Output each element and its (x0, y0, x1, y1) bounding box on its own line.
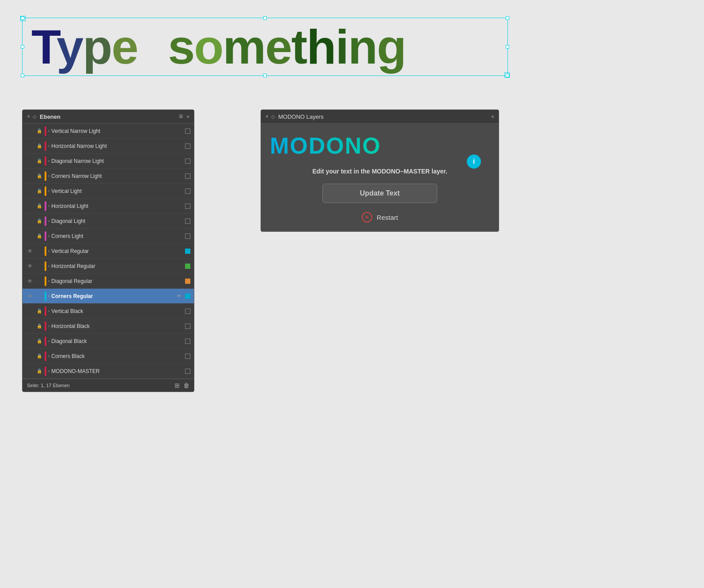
handle-ml[interactable] (21, 45, 24, 49)
layer-visibility-square[interactable] (185, 204, 190, 209)
left-collapse-button[interactable]: « (186, 113, 189, 120)
layer-chevron-icon: › (48, 204, 49, 208)
left-panel-title: Ebenen (40, 113, 61, 120)
layers-menu-icon[interactable]: ≡ (179, 113, 183, 121)
handle-bl[interactable] (21, 74, 24, 77)
layer-name: › Diagonal Regular (48, 278, 183, 284)
left-panel: × ◇ Ebenen ≡ « 🔒› Vertical Narrow Light🔒… (22, 109, 194, 392)
layer-visibility-square[interactable] (185, 279, 190, 284)
layer-lock-icon[interactable]: 🔒 (36, 234, 43, 238)
layer-name: › Diagonal Narrow Light (48, 158, 183, 164)
layer-name: › Horizontal Regular (48, 263, 183, 269)
layer-lock-icon[interactable]: 🔒 (36, 369, 43, 373)
footer-trash-icon[interactable]: 🗑 (183, 382, 189, 389)
layer-lock-icon[interactable]: 🔒 (36, 173, 43, 178)
footer-page-icon[interactable]: ⊞ (174, 382, 180, 389)
layer-name: › Horizontal Black (48, 323, 183, 329)
layer-item[interactable]: 🔒› Corners Narrow Light (23, 169, 194, 184)
layer-lock-icon[interactable]: 🔒 (36, 219, 43, 223)
layer-item[interactable]: 👁› Diagonal Regular (23, 274, 194, 289)
layer-color-bar (45, 141, 46, 151)
layer-lock-icon[interactable]: 🔒 (36, 128, 43, 133)
layer-visibility-square[interactable] (185, 158, 190, 164)
restart-row[interactable]: ✕ Restart (362, 212, 398, 222)
layer-visibility-square[interactable] (185, 143, 190, 149)
layer-visibility-square[interactable] (185, 249, 190, 254)
layer-name-text: Diagonal Narrow Light (51, 158, 104, 164)
handle-br[interactable] (506, 74, 509, 77)
layer-name: › Vertical Black (48, 308, 183, 314)
layer-visibility-square[interactable] (185, 354, 190, 359)
info-button[interactable]: i (467, 155, 481, 169)
layer-visibility-square[interactable] (185, 339, 190, 344)
layer-lock-icon[interactable]: 🔒 (36, 354, 43, 358)
layer-lock-icon[interactable]: 🔒 (36, 309, 43, 313)
right-collapse-button[interactable]: « (491, 113, 494, 120)
layer-name-text: Diagonal Light (51, 218, 85, 224)
header-left: × ◇ (27, 113, 36, 120)
layer-eye-icon[interactable]: 👁 (26, 278, 34, 284)
layer-lock-icon[interactable]: 🔒 (36, 188, 43, 193)
layer-item[interactable]: 🔒› Diagonal Narrow Light (23, 154, 194, 169)
layer-item[interactable]: 🔒› Corners Black (23, 349, 194, 364)
layer-visibility-square[interactable] (185, 173, 190, 179)
canvas-area: Type something (22, 18, 508, 106)
layer-item[interactable]: 🔒› Vertical Light (23, 184, 194, 199)
layer-edit-icon[interactable]: ✏ (177, 293, 183, 299)
layer-visibility-square[interactable] (185, 309, 190, 314)
layer-visibility-square[interactable] (185, 219, 190, 224)
left-panel-footer: Seite: 1, 17 Ebenen ⊞ 🗑 (23, 379, 194, 392)
layer-lock-icon[interactable]: 🔒 (36, 143, 43, 148)
layer-eye-icon[interactable]: 👁 (26, 293, 34, 299)
layer-item[interactable]: 👁› Horizontal Regular (23, 259, 194, 274)
layer-color-bar (45, 201, 46, 211)
layer-lock-icon[interactable]: 🔒 (36, 324, 43, 328)
left-close-button[interactable]: × (27, 113, 30, 120)
layer-color-bar (45, 216, 46, 226)
layer-item[interactable]: 🔒› Corners Light (23, 229, 194, 244)
layer-item[interactable]: 🔒› Diagonal Black (23, 334, 194, 349)
handle-bm[interactable] (263, 74, 267, 77)
layer-eye-icon[interactable]: 👁 (26, 248, 34, 254)
layer-chevron-icon: › (48, 339, 49, 343)
layer-lock-icon[interactable]: 🔒 (36, 158, 43, 163)
layer-lock-icon[interactable]: 🔒 (36, 204, 43, 208)
layer-name: › Horizontal Narrow Light (48, 143, 183, 149)
layer-color-bar (45, 186, 46, 196)
layer-visibility-square[interactable] (185, 128, 190, 134)
layer-chevron-icon: › (48, 219, 49, 223)
layer-name-text: Corners Black (51, 353, 84, 359)
layer-visibility-square[interactable] (185, 294, 190, 299)
layer-item[interactable]: 👁› Vertical Regular (23, 244, 194, 259)
layer-visibility-square[interactable] (185, 369, 190, 374)
layer-name-text: Diagonal Regular (51, 278, 92, 284)
update-text-button[interactable]: Update Text (322, 184, 437, 203)
layer-eye-icon[interactable]: 👁 (26, 263, 34, 269)
layer-color-bar (45, 171, 46, 181)
layer-chevron-icon: › (48, 234, 49, 238)
right-close-button[interactable]: × (265, 113, 269, 120)
layer-item[interactable]: 🔒› Horizontal Black (23, 319, 194, 334)
layer-visibility-square[interactable] (185, 264, 190, 269)
layer-lock-icon[interactable]: 🔒 (36, 339, 43, 343)
layer-item[interactable]: 🔒› Diagonal Light (23, 214, 194, 229)
layer-item[interactable]: 👁› Corners Regular✏ (23, 289, 194, 304)
layer-visibility-square[interactable] (185, 188, 190, 194)
layer-item[interactable]: 🔒› Vertical Black (23, 304, 194, 319)
layer-color-bar (45, 246, 46, 256)
layer-item[interactable]: 🔒› Horizontal Light (23, 199, 194, 214)
layer-visibility-square[interactable] (185, 324, 190, 329)
handle-tl[interactable] (21, 16, 24, 20)
layer-color-bar (45, 231, 46, 241)
handle-tm[interactable] (263, 16, 267, 20)
layer-chevron-icon: › (48, 249, 49, 253)
layer-name-text: Horizontal Black (51, 323, 90, 329)
layer-item[interactable]: 🔒› Vertical Narrow Light (23, 124, 194, 139)
layer-item[interactable]: 🔒› Horizontal Narrow Light (23, 139, 194, 154)
handle-mr[interactable] (506, 45, 509, 49)
layer-visibility-square[interactable] (185, 234, 190, 239)
layer-item[interactable]: 🔒› MODONO-MASTER (23, 364, 194, 379)
layer-name-text: MODONO-MASTER (51, 368, 99, 374)
handle-tr[interactable] (506, 16, 509, 20)
layer-name: › Horizontal Light (48, 203, 183, 209)
